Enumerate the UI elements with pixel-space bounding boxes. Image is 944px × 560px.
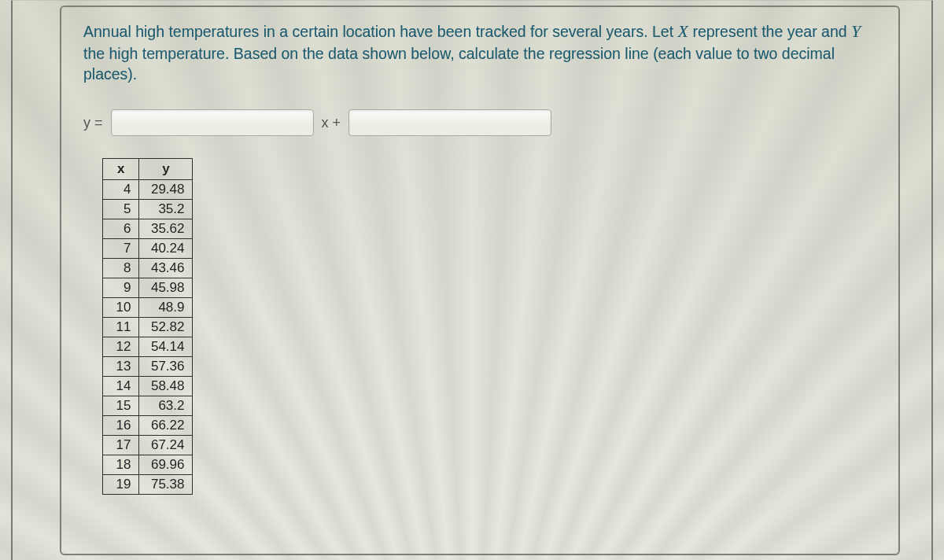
var-x: X bbox=[678, 21, 688, 41]
cell-y: 69.96 bbox=[139, 455, 193, 475]
table-row: 1975.38 bbox=[103, 475, 193, 495]
table-row: 1254.14 bbox=[103, 337, 193, 357]
cell-x: 13 bbox=[103, 357, 139, 377]
cell-y: 29.48 bbox=[139, 180, 193, 200]
cell-y: 40.24 bbox=[139, 239, 193, 259]
prompt-text-2: represent the year and bbox=[688, 23, 851, 40]
cell-x: 5 bbox=[103, 200, 139, 219]
cell-x: 10 bbox=[103, 298, 139, 318]
table-row: 429.48 bbox=[103, 180, 193, 200]
problem-container: Annual high temperatures in a certain lo… bbox=[60, 6, 900, 555]
cell-x: 15 bbox=[103, 396, 139, 416]
table-row: 1152.82 bbox=[103, 318, 193, 337]
table-row: 740.24 bbox=[103, 239, 193, 259]
table-row: 635.62 bbox=[103, 219, 193, 239]
col-header-x: x bbox=[103, 159, 139, 180]
var-y: Y bbox=[851, 21, 861, 41]
outer-frame: Annual high temperatures in a certain lo… bbox=[11, 0, 933, 560]
table-row: 843.46 bbox=[103, 259, 193, 278]
cell-x: 16 bbox=[103, 416, 139, 436]
data-table: x y 429.48535.2635.62740.24843.46945.981… bbox=[102, 158, 193, 495]
cell-y: 35.62 bbox=[139, 219, 193, 239]
regression-equation-row: y = x + bbox=[83, 109, 876, 136]
cell-y: 54.14 bbox=[139, 337, 193, 357]
cell-y: 58.48 bbox=[139, 377, 193, 396]
cell-y: 63.2 bbox=[139, 396, 193, 416]
cell-y: 75.38 bbox=[139, 475, 193, 495]
cell-y: 67.24 bbox=[139, 436, 193, 455]
cell-y: 52.82 bbox=[139, 318, 193, 337]
col-header-y: y bbox=[139, 159, 193, 180]
table-row: 1869.96 bbox=[103, 455, 193, 475]
table-row: 1666.22 bbox=[103, 416, 193, 436]
table-row: 945.98 bbox=[103, 278, 193, 298]
prompt-text-3: the high temperature. Based on the data … bbox=[83, 45, 835, 83]
cell-x: 14 bbox=[103, 377, 139, 396]
cell-y: 48.9 bbox=[139, 298, 193, 318]
cell-y: 35.2 bbox=[139, 200, 193, 219]
table-row: 1767.24 bbox=[103, 436, 193, 455]
cell-x: 4 bbox=[103, 180, 139, 200]
cell-x: 18 bbox=[103, 455, 139, 475]
intercept-input[interactable] bbox=[348, 109, 551, 136]
table-row: 1458.48 bbox=[103, 377, 193, 396]
cell-y: 45.98 bbox=[139, 278, 193, 298]
y-equals-label: y = bbox=[83, 115, 103, 131]
cell-y: 66.22 bbox=[139, 416, 193, 436]
table-row: 1048.9 bbox=[103, 298, 193, 318]
cell-x: 9 bbox=[103, 278, 139, 298]
cell-x: 19 bbox=[103, 475, 139, 495]
cell-y: 43.46 bbox=[139, 259, 193, 278]
table-row: 1357.36 bbox=[103, 357, 193, 377]
table-row: 535.2 bbox=[103, 200, 193, 219]
prompt-text-1: Annual high temperatures in a certain lo… bbox=[83, 23, 678, 40]
cell-x: 8 bbox=[103, 259, 139, 278]
table-header-row: x y bbox=[103, 159, 193, 180]
problem-prompt: Annual high temperatures in a certain lo… bbox=[83, 20, 876, 84]
slope-input[interactable] bbox=[111, 109, 314, 136]
cell-y: 57.36 bbox=[139, 357, 193, 377]
cell-x: 17 bbox=[103, 436, 139, 455]
cell-x: 7 bbox=[103, 239, 139, 259]
cell-x: 6 bbox=[103, 219, 139, 239]
table-row: 1563.2 bbox=[103, 396, 193, 416]
cell-x: 11 bbox=[103, 318, 139, 337]
cell-x: 12 bbox=[103, 337, 139, 357]
x-plus-label: x + bbox=[322, 115, 341, 131]
